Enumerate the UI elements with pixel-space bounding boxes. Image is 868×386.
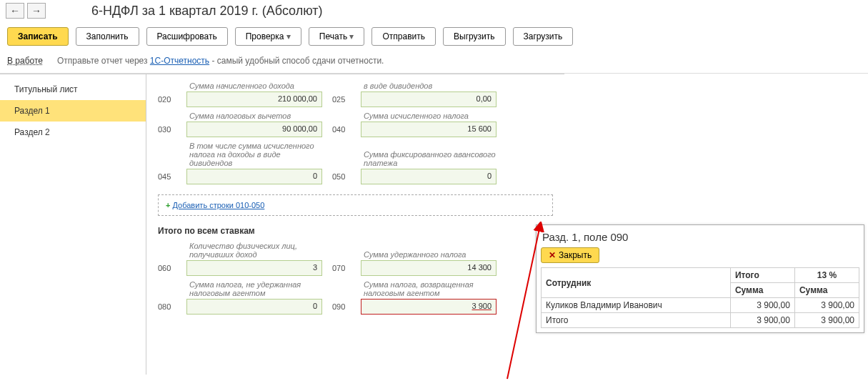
col-employee: Сотрудник bbox=[542, 268, 731, 298]
label-060: Количество физических лиц, получивших до… bbox=[158, 240, 322, 260]
status-info-post: - самый удобный способ сдачи отчетности. bbox=[209, 56, 384, 66]
cell-sum2: 3 900,00 bbox=[794, 298, 859, 313]
input-080[interactable]: 0 bbox=[186, 299, 322, 315]
cell-employee-name: Куликов Владимир Иванович bbox=[542, 298, 731, 313]
input-090[interactable]: 3 900 bbox=[361, 299, 497, 315]
label-045: В том числе сумма исчисленного налога на… bbox=[158, 140, 322, 169]
label-025: в виде дивидендов bbox=[332, 80, 497, 91]
forward-button[interactable]: → bbox=[27, 3, 46, 19]
print-dropdown[interactable]: Печать bbox=[309, 27, 365, 46]
export-button[interactable]: Выгрузить bbox=[443, 27, 506, 46]
label-070: Сумма удержанного налога bbox=[332, 249, 497, 260]
label-040: Сумма исчисленного налога bbox=[332, 110, 497, 122]
code-040: 040 bbox=[332, 125, 361, 134]
status-info-pre: Отправьте отчет через bbox=[57, 56, 150, 66]
cell-total-s2: 3 900,00 bbox=[794, 313, 859, 328]
input-070[interactable]: 14 300 bbox=[361, 260, 497, 276]
label-090: Сумма налога, возвращенная налоговым аге… bbox=[332, 279, 497, 299]
toolbar: Записать Заполнить Расшифровать Проверка… bbox=[0, 21, 868, 51]
label-020: Сумма начисленного дохода bbox=[158, 80, 322, 91]
code-020: 020 bbox=[158, 95, 186, 104]
col-sum2: Сумма bbox=[794, 283, 859, 298]
input-060[interactable]: 3 bbox=[186, 260, 322, 276]
cell-total-label: Итого bbox=[542, 313, 731, 328]
import-button[interactable]: Загрузить bbox=[513, 27, 574, 46]
code-060: 060 bbox=[158, 264, 186, 272]
sidebar-item-title-page[interactable]: Титульный лист bbox=[0, 79, 146, 100]
input-040[interactable]: 15 600 bbox=[361, 122, 497, 137]
code-050: 050 bbox=[332, 172, 361, 181]
input-030[interactable]: 90 000,00 bbox=[186, 122, 322, 137]
close-label: Закрыть bbox=[559, 250, 592, 260]
input-045[interactable]: 0 bbox=[186, 169, 322, 184]
popup-title: Разд. 1, поле 090 bbox=[542, 231, 858, 243]
totals-header: Итого по всем ставкам bbox=[158, 226, 553, 236]
close-popup-button[interactable]: ✕ Закрыть bbox=[541, 247, 599, 263]
code-045: 045 bbox=[158, 172, 186, 181]
label-050: Сумма фиксированного авансового платежа bbox=[332, 149, 497, 169]
close-icon: ✕ bbox=[549, 250, 556, 260]
label-080: Сумма налога, не удержанная налоговым аг… bbox=[158, 279, 322, 299]
code-090: 090 bbox=[332, 302, 361, 311]
plus-icon: + bbox=[166, 201, 170, 209]
send-button[interactable]: Отправить bbox=[371, 27, 436, 46]
input-050[interactable]: 0 bbox=[361, 169, 497, 184]
status-state-link[interactable]: В работе bbox=[7, 56, 43, 66]
page-title: 6-НДФЛ за 1 квартал 2019 г. (Абсолют) bbox=[91, 4, 323, 19]
table-row[interactable]: Куликов Владимир Иванович 3 900,00 3 900… bbox=[542, 298, 859, 313]
col-sum1: Сумма bbox=[730, 283, 794, 298]
input-025[interactable]: 0,00 bbox=[361, 91, 497, 107]
detail-table: Сотрудник Итого 13 % Сумма Сумма Куликов… bbox=[541, 267, 859, 328]
sidebar-item-section-2[interactable]: Раздел 2 bbox=[0, 122, 146, 143]
code-025: 025 bbox=[332, 95, 361, 104]
input-020[interactable]: 210 000,00 bbox=[186, 91, 322, 107]
sidebar-item-section-1[interactable]: Раздел 1 bbox=[0, 100, 146, 122]
decode-button[interactable]: Расшифровать bbox=[146, 27, 228, 46]
code-080: 080 bbox=[158, 302, 186, 311]
code-030: 030 bbox=[158, 125, 186, 134]
add-rows-box: + Добавить строки 010-050 bbox=[158, 194, 553, 216]
save-button[interactable]: Записать bbox=[7, 27, 69, 46]
col-rate: 13 % bbox=[794, 268, 859, 283]
back-button[interactable]: ← bbox=[6, 3, 24, 19]
status-info: Отправьте отчет через 1С-Отчетность - са… bbox=[57, 56, 384, 66]
check-dropdown[interactable]: Проверка bbox=[235, 27, 301, 46]
code-070: 070 bbox=[332, 264, 361, 272]
label-030: Сумма налоговых вычетов bbox=[158, 110, 322, 122]
detail-popup: Разд. 1, поле 090 ✕ Закрыть Сотрудник Ит… bbox=[536, 224, 864, 333]
cell-total-s1: 3 900,00 bbox=[730, 313, 794, 328]
fill-button[interactable]: Заполнить bbox=[76, 27, 139, 46]
form-content: Сумма начисленного дохода 020 210 000,00… bbox=[146, 74, 564, 375]
cell-sum1: 3 900,00 bbox=[730, 298, 794, 313]
table-total-row: Итого 3 900,00 3 900,00 bbox=[542, 313, 859, 328]
report-service-link[interactable]: 1С-Отчетность bbox=[150, 56, 209, 66]
sidebar: Титульный лист Раздел 1 Раздел 2 bbox=[0, 74, 146, 375]
add-rows-link[interactable]: Добавить строки 010-050 bbox=[173, 201, 265, 209]
col-total: Итого bbox=[730, 268, 794, 283]
